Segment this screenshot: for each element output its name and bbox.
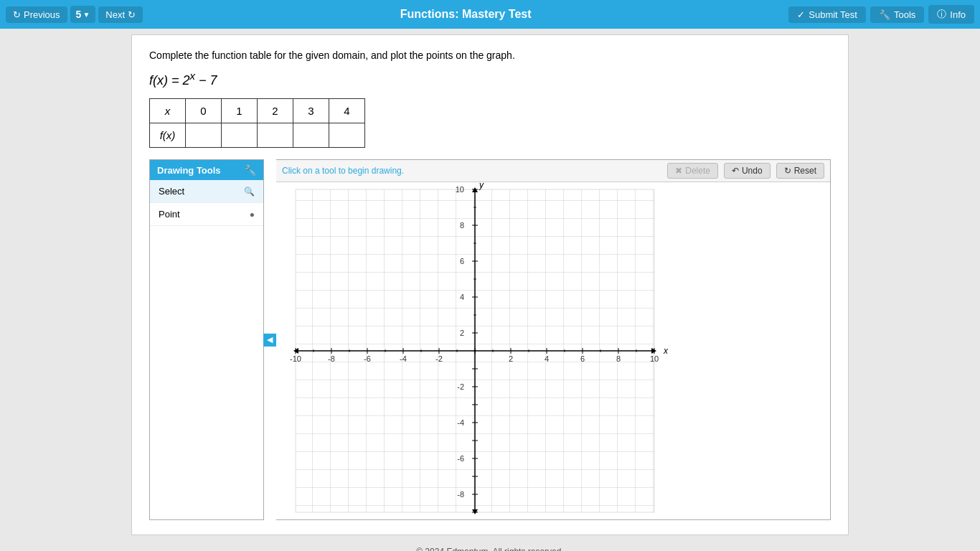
submit-test-button[interactable]: ✓ Submit Test: [788, 6, 866, 23]
main-content: Complete the function table for the give…: [131, 34, 849, 535]
submit-label: Submit Test: [809, 9, 857, 20]
svg-text:-2: -2: [457, 382, 464, 391]
table-fx-4[interactable]: [329, 123, 365, 148]
table-fx-2[interactable]: [258, 123, 293, 148]
svg-text:2: 2: [460, 329, 464, 337]
undo-label: Undo: [742, 166, 763, 176]
delete-label: Delete: [685, 166, 710, 176]
svg-text:-4: -4: [400, 354, 407, 363]
prev-icon: ↻: [13, 9, 21, 20]
x-axis-label: x: [663, 346, 669, 356]
question-badge[interactable]: 5 ▼: [70, 6, 96, 23]
info-icon: ⓘ: [937, 8, 946, 21]
function-table: x 0 1 2 3 4 f(x): [149, 98, 365, 148]
drawing-tools-label: Drawing Tools: [157, 165, 221, 176]
svg-text:-8: -8: [328, 354, 335, 363]
svg-text:10: 10: [650, 354, 659, 363]
tools-button[interactable]: 🔧 Tools: [870, 6, 924, 23]
svg-text:-2: -2: [435, 354, 443, 363]
nav-left-group: ↻ Previous 5 ▼ Next ↻: [6, 6, 143, 23]
svg-text:6: 6: [460, 257, 464, 265]
reset-button[interactable]: ↻ Reset: [776, 163, 824, 179]
footer: © 2024 Edmentum. All rights reserved.: [0, 541, 980, 551]
y-axis-label: y: [479, 182, 484, 190]
point-tool-icon: ●: [250, 209, 255, 220]
select-tool[interactable]: Select 🔍: [150, 180, 263, 203]
point-tool[interactable]: Point ●: [150, 203, 263, 226]
undo-icon: ↶: [732, 166, 739, 176]
coordinate-graph[interactable]: -10 -8 -6 -4 -2 2 4 6 8 10: [276, 182, 674, 519]
graph-container: Click on a tool to begin drawing. ✖ Dele…: [276, 159, 831, 520]
instruction-text: Complete the function table for the give…: [149, 50, 831, 61]
chevron-down-icon: ▼: [83, 11, 90, 19]
next-label: Next: [105, 9, 125, 20]
select-tool-label: Select: [159, 186, 184, 197]
prev-label: Previous: [24, 9, 60, 20]
graph-toolbar: Click on a tool to begin drawing. ✖ Dele…: [276, 160, 830, 182]
svg-text:-6: -6: [364, 354, 371, 363]
tools-panel: Drawing Tools 🔧 Select 🔍 Point ●: [149, 159, 264, 520]
delete-icon: ✖: [675, 166, 682, 176]
tools-label: Tools: [894, 9, 915, 20]
reset-icon: ↻: [784, 166, 791, 176]
page-title: Functions: Mastery Test: [143, 8, 788, 21]
undo-button[interactable]: ↶ Undo: [724, 163, 771, 179]
next-button[interactable]: Next ↻: [98, 6, 143, 23]
footer-text: © 2024 Edmentum. All rights reserved.: [416, 547, 564, 551]
svg-text:-8: -8: [457, 490, 464, 499]
table-fx-header: f(x): [150, 123, 186, 148]
delete-button[interactable]: ✖ Delete: [667, 163, 718, 179]
table-x-4: 4: [329, 99, 365, 123]
select-tool-icon: 🔍: [244, 187, 255, 197]
table-x-2: 2: [258, 99, 293, 123]
svg-text:4: 4: [460, 293, 464, 301]
reset-label: Reset: [794, 166, 816, 176]
svg-text:10: 10: [456, 185, 464, 194]
info-label: Info: [950, 9, 966, 20]
question-number: 5: [76, 9, 82, 20]
svg-text:-10: -10: [290, 354, 301, 363]
next-icon: ↻: [128, 9, 136, 20]
table-x-1: 1: [222, 99, 258, 123]
check-icon: ✓: [797, 9, 805, 20]
tools-panel-header: Drawing Tools 🔧: [150, 160, 263, 180]
previous-button[interactable]: ↻ Previous: [6, 6, 67, 23]
info-button[interactable]: ⓘ Info: [928, 5, 974, 24]
tools-header-icon: 🔧: [244, 164, 256, 176]
table-fx-1[interactable]: [222, 123, 258, 148]
svg-text:-6: -6: [457, 454, 464, 463]
svg-text:6: 6: [580, 354, 585, 363]
top-navigation: ↻ Previous 5 ▼ Next ↻ Functions: Mastery…: [0, 0, 980, 29]
drawing-area: Drawing Tools 🔧 Select 🔍 Point ● ◀ Click…: [149, 159, 831, 520]
table-x-3: 3: [293, 99, 329, 123]
table-x-header: x: [150, 99, 186, 123]
table-fx-0[interactable]: [186, 123, 222, 148]
equation-display: f(x) = 2x − 7: [149, 70, 831, 88]
svg-text:8: 8: [616, 354, 621, 363]
svg-text:-4: -4: [457, 418, 464, 427]
svg-text:2: 2: [509, 354, 513, 363]
svg-text:4: 4: [545, 354, 549, 363]
toggle-panel-button[interactable]: ◀: [263, 334, 276, 347]
wrench-icon: 🔧: [879, 9, 890, 20]
nav-right-group: ✓ Submit Test 🔧 Tools ⓘ Info: [788, 5, 974, 24]
svg-text:8: 8: [460, 221, 464, 230]
table-x-0: 0: [186, 99, 222, 123]
graph-hint-text: Click on a tool to begin drawing.: [282, 166, 661, 176]
graph-svg-wrapper[interactable]: -10 -8 -6 -4 -2 2 4 6 8 10: [276, 182, 830, 519]
table-fx-3[interactable]: [293, 123, 329, 148]
point-tool-label: Point: [159, 209, 180, 220]
